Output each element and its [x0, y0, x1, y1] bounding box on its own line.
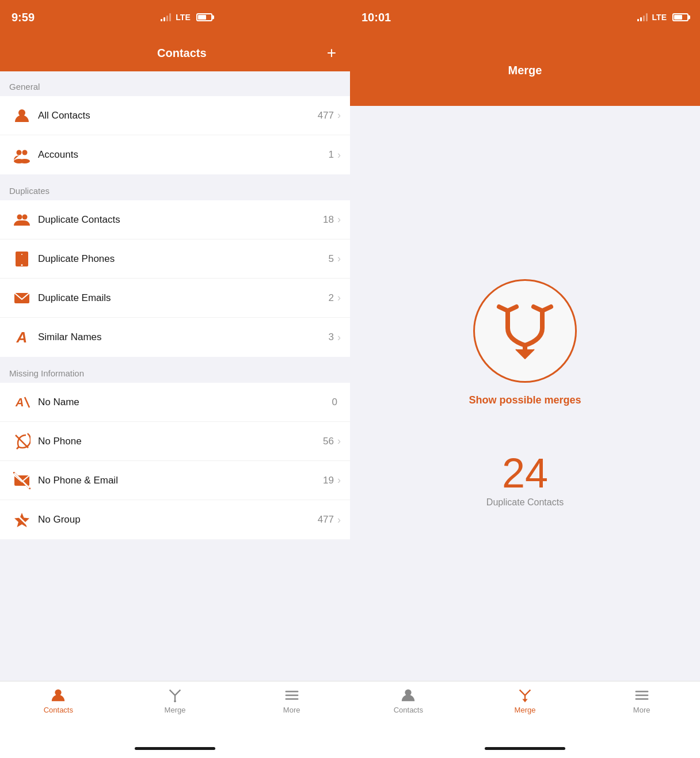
no-name-count: 0 [332, 397, 337, 408]
similar-names-item[interactable]: A Similar Names 3 › [0, 318, 350, 357]
left-lte-label: LTE [176, 13, 190, 22]
right-merge-tab-icon [517, 687, 533, 703]
accounts-count: 1 [329, 149, 334, 161]
missing-info-section-header: Missing Information [0, 358, 350, 383]
all-contacts-item[interactable]: All Contacts 477 › [0, 96, 350, 135]
right-more-tab-icon [634, 687, 650, 703]
duplicate-emails-count: 2 [329, 292, 334, 304]
duplicate-emails-label: Duplicate Emails [38, 292, 329, 304]
merge-circle[interactable] [473, 279, 577, 383]
more-tab-icon [284, 687, 300, 703]
tab-contacts[interactable]: Contacts [0, 687, 117, 714]
left-home-bar [135, 747, 215, 750]
phone-icon [9, 246, 35, 272]
no-phone-email-chevron: › [337, 474, 341, 486]
left-signal-icon [161, 13, 171, 21]
show-merges-button[interactable]: Show possible merges [469, 394, 581, 406]
duplicate-emails-item[interactable]: Duplicate Emails 2 › [0, 279, 350, 318]
duplicate-contacts-item[interactable]: Duplicate Contacts 18 › [0, 200, 350, 239]
svg-text:A: A [15, 396, 24, 409]
accounts-chevron: › [337, 149, 341, 161]
right-tab-merge[interactable]: Merge [467, 687, 584, 714]
accounts-icon [9, 142, 35, 167]
svg-point-17 [174, 700, 176, 702]
duplicate-phones-label: Duplicate Phones [38, 253, 329, 265]
contacts-tab-label: Contacts [44, 706, 73, 714]
all-contacts-count: 477 [318, 110, 334, 121]
left-navbar: Contacts + [0, 35, 350, 71]
no-group-count: 477 [318, 514, 334, 525]
tab-merge[interactable]: Merge [117, 687, 234, 714]
no-group-item[interactable]: No Group 477 › [0, 500, 350, 539]
missing-info-list: A No Name 0 No Phone 56 › [0, 383, 350, 539]
merge-tab-icon [167, 687, 183, 703]
no-phone-email-item[interactable]: No Phone & Email 19 › [0, 461, 350, 500]
more-tab-label: More [283, 706, 300, 714]
svg-point-6 [22, 214, 28, 219]
right-tab-bar: Contacts Merge More [350, 681, 700, 738]
right-battery-icon [672, 13, 688, 21]
merge-tab-label: Merge [165, 706, 186, 714]
right-nav-title: Merge [508, 64, 542, 77]
tab-more[interactable]: More [233, 687, 350, 714]
no-phone-email-count: 19 [323, 475, 334, 486]
no-phone-icon [9, 429, 35, 454]
left-battery-icon [196, 13, 212, 21]
no-group-label: No Group [38, 514, 318, 525]
duplicate-count-section: 24 Duplicate Contacts [486, 452, 564, 508]
right-merge-tab-label: Merge [515, 706, 536, 714]
general-list: All Contacts 477 › Accounts 1 › [0, 96, 350, 174]
left-time: 9:59 [12, 11, 35, 24]
similar-names-label: Similar Names [38, 332, 329, 343]
duplicate-phones-item[interactable]: Duplicate Phones 5 › [0, 239, 350, 279]
all-contacts-chevron: › [337, 109, 341, 121]
left-content: General All Contacts 477 › [0, 71, 350, 681]
right-status-bar: 10:01 LTE [350, 0, 700, 35]
letter-a-icon: A [9, 325, 35, 350]
similar-names-chevron: › [337, 332, 341, 344]
svg-point-2 [22, 150, 28, 155]
svg-point-4 [20, 159, 30, 163]
left-nav-title: Contacts [157, 47, 207, 60]
duplicate-contacts-label: Duplicate Contacts [38, 214, 323, 226]
similar-names-count: 3 [329, 332, 334, 343]
no-phone-label: No Phone [38, 436, 323, 447]
right-contacts-tab-label: Contacts [394, 706, 423, 714]
duplicates-section-header: Duplicates [0, 176, 350, 200]
svg-point-1 [17, 150, 22, 155]
no-star-icon [9, 507, 35, 532]
no-name-icon: A [9, 390, 35, 415]
accounts-item[interactable]: Accounts 1 › [0, 135, 350, 174]
right-contacts-tab-icon [400, 687, 416, 703]
right-time: 10:01 [362, 11, 391, 24]
duplicate-count-number: 24 [502, 452, 548, 494]
email-icon [9, 285, 35, 311]
duplicate-count-label: Duplicate Contacts [486, 497, 564, 508]
duplicate-phones-count: 5 [329, 253, 334, 265]
no-group-chevron: › [337, 514, 341, 526]
all-contacts-label: All Contacts [38, 110, 318, 121]
merge-icon [490, 296, 560, 365]
no-phone-email-label: No Phone & Email [38, 475, 323, 486]
right-tab-more[interactable]: More [583, 687, 700, 714]
right-home-indicator [350, 738, 700, 758]
no-phone-chevron: › [337, 435, 341, 447]
no-phone-item[interactable]: No Phone 56 › [0, 422, 350, 461]
right-lte-label: LTE [652, 13, 667, 22]
duplicate-persons-icon [9, 207, 35, 233]
no-name-label: No Name [38, 397, 332, 408]
general-section-header: General [0, 71, 350, 96]
left-panel: 9:59 LTE Contacts + General [0, 0, 350, 758]
add-contact-button[interactable]: + [327, 45, 336, 61]
duplicates-list: Duplicate Contacts 18 › Duplicate Phones… [0, 200, 350, 357]
no-email-icon [9, 468, 35, 493]
right-tab-contacts[interactable]: Contacts [350, 687, 467, 714]
left-tab-bar: Contacts Merge More [0, 681, 350, 738]
person-icon [9, 103, 35, 128]
right-signal-icon [637, 13, 648, 21]
no-name-item[interactable]: A No Name 0 [0, 383, 350, 422]
svg-marker-22 [522, 699, 527, 703]
no-phone-count: 56 [323, 436, 334, 447]
contacts-tab-icon [50, 687, 66, 703]
duplicate-phones-chevron: › [337, 253, 341, 265]
